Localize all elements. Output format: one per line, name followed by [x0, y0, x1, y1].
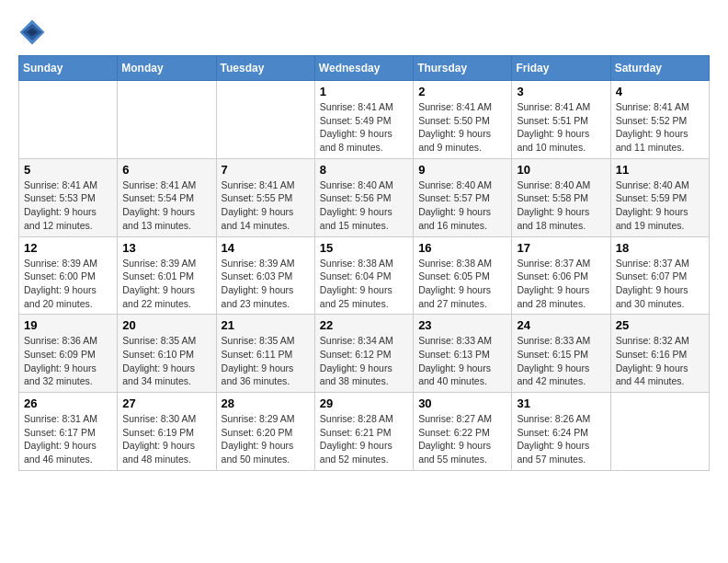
- calendar-cell: 14Sunrise: 8:39 AM Sunset: 6:03 PM Dayli…: [216, 236, 314, 315]
- weekday-header-saturday: Saturday: [610, 56, 709, 81]
- weekday-header-row: SundayMondayTuesdayWednesdayThursdayFrid…: [19, 56, 710, 81]
- day-info: Sunrise: 8:35 AM Sunset: 6:11 PM Dayligh…: [222, 334, 310, 388]
- calendar-week-2: 5Sunrise: 8:41 AM Sunset: 5:53 PM Daylig…: [19, 158, 710, 236]
- calendar-cell: 24Sunrise: 8:33 AM Sunset: 6:15 PM Dayli…: [512, 315, 610, 393]
- day-info: Sunrise: 8:30 AM Sunset: 6:19 PM Dayligh…: [122, 412, 210, 466]
- page-header: [18, 18, 710, 46]
- day-number: 17: [517, 241, 605, 255]
- logo-icon: [18, 18, 46, 46]
- calendar-cell: 28Sunrise: 8:29 AM Sunset: 6:20 PM Dayli…: [216, 393, 314, 471]
- day-info: Sunrise: 8:37 AM Sunset: 6:06 PM Dayligh…: [517, 257, 605, 311]
- day-info: Sunrise: 8:39 AM Sunset: 6:01 PM Dayligh…: [122, 257, 210, 311]
- day-info: Sunrise: 8:41 AM Sunset: 5:55 PM Dayligh…: [222, 178, 310, 233]
- day-info: Sunrise: 8:33 AM Sunset: 6:13 PM Dayligh…: [418, 334, 506, 388]
- calendar-cell: 2Sunrise: 8:41 AM Sunset: 5:50 PM Daylig…: [414, 81, 512, 159]
- day-info: Sunrise: 8:37 AM Sunset: 6:07 PM Dayligh…: [616, 257, 704, 311]
- day-info: Sunrise: 8:40 AM Sunset: 5:56 PM Dayligh…: [320, 178, 408, 233]
- day-info: Sunrise: 8:41 AM Sunset: 5:51 PM Dayligh…: [517, 100, 605, 155]
- calendar-cell: [118, 81, 216, 159]
- day-info: Sunrise: 8:39 AM Sunset: 6:00 PM Dayligh…: [24, 257, 112, 311]
- day-info: Sunrise: 8:31 AM Sunset: 6:17 PM Dayligh…: [24, 412, 112, 466]
- calendar-cell: 1Sunrise: 8:41 AM Sunset: 5:49 PM Daylig…: [314, 81, 413, 159]
- calendar-cell: 25Sunrise: 8:32 AM Sunset: 6:16 PM Dayli…: [610, 315, 709, 393]
- day-number: 4: [616, 85, 704, 98]
- day-info: Sunrise: 8:40 AM Sunset: 5:57 PM Dayligh…: [418, 178, 506, 233]
- day-info: Sunrise: 8:40 AM Sunset: 5:59 PM Dayligh…: [616, 178, 704, 233]
- calendar-cell: 8Sunrise: 8:40 AM Sunset: 5:56 PM Daylig…: [314, 158, 413, 236]
- day-number: 21: [222, 318, 310, 332]
- calendar-cell: [216, 81, 314, 159]
- day-number: 2: [418, 85, 506, 98]
- day-info: Sunrise: 8:39 AM Sunset: 6:03 PM Dayligh…: [222, 257, 310, 311]
- day-number: 14: [222, 241, 310, 255]
- calendar-cell: [610, 393, 709, 471]
- calendar-week-5: 26Sunrise: 8:31 AM Sunset: 6:17 PM Dayli…: [19, 393, 710, 471]
- calendar-cell: 4Sunrise: 8:41 AM Sunset: 5:52 PM Daylig…: [610, 81, 709, 159]
- day-number: 15: [320, 241, 408, 255]
- day-number: 6: [122, 163, 210, 177]
- day-number: 29: [320, 396, 408, 410]
- calendar-cell: 13Sunrise: 8:39 AM Sunset: 6:01 PM Dayli…: [118, 236, 216, 315]
- calendar-cell: 10Sunrise: 8:40 AM Sunset: 5:58 PM Dayli…: [512, 158, 610, 236]
- day-number: 1: [320, 85, 408, 98]
- day-number: 13: [122, 241, 210, 255]
- calendar-cell: 21Sunrise: 8:35 AM Sunset: 6:11 PM Dayli…: [216, 315, 314, 393]
- day-number: 20: [122, 318, 210, 332]
- day-info: Sunrise: 8:34 AM Sunset: 6:12 PM Dayligh…: [320, 334, 408, 388]
- day-number: 22: [320, 318, 408, 332]
- calendar-cell: 31Sunrise: 8:26 AM Sunset: 6:24 PM Dayli…: [512, 393, 610, 471]
- calendar-cell: 27Sunrise: 8:30 AM Sunset: 6:19 PM Dayli…: [118, 393, 216, 471]
- calendar-cell: 15Sunrise: 8:38 AM Sunset: 6:04 PM Dayli…: [314, 236, 413, 315]
- calendar-week-4: 19Sunrise: 8:36 AM Sunset: 6:09 PM Dayli…: [19, 315, 710, 393]
- weekday-header-wednesday: Wednesday: [314, 56, 413, 81]
- day-info: Sunrise: 8:28 AM Sunset: 6:21 PM Dayligh…: [320, 412, 408, 466]
- weekday-header-friday: Friday: [512, 56, 610, 81]
- day-number: 27: [122, 396, 210, 410]
- day-info: Sunrise: 8:35 AM Sunset: 6:10 PM Dayligh…: [122, 334, 210, 388]
- calendar-cell: 12Sunrise: 8:39 AM Sunset: 6:00 PM Dayli…: [19, 236, 118, 315]
- calendar-table: SundayMondayTuesdayWednesdayThursdayFrid…: [18, 55, 710, 471]
- day-number: 19: [24, 318, 112, 332]
- weekday-header-thursday: Thursday: [414, 56, 512, 81]
- weekday-header-sunday: Sunday: [19, 56, 118, 81]
- day-number: 18: [616, 241, 704, 255]
- day-info: Sunrise: 8:41 AM Sunset: 5:53 PM Dayligh…: [24, 178, 112, 233]
- day-number: 7: [222, 163, 310, 177]
- calendar-cell: 5Sunrise: 8:41 AM Sunset: 5:53 PM Daylig…: [19, 158, 118, 236]
- day-number: 8: [320, 163, 408, 177]
- day-number: 12: [24, 241, 112, 255]
- day-info: Sunrise: 8:40 AM Sunset: 5:58 PM Dayligh…: [517, 178, 605, 233]
- calendar-cell: 30Sunrise: 8:27 AM Sunset: 6:22 PM Dayli…: [414, 393, 512, 471]
- calendar-week-3: 12Sunrise: 8:39 AM Sunset: 6:00 PM Dayli…: [19, 236, 710, 315]
- day-info: Sunrise: 8:36 AM Sunset: 6:09 PM Dayligh…: [24, 334, 112, 388]
- calendar-week-1: 1Sunrise: 8:41 AM Sunset: 5:49 PM Daylig…: [19, 81, 710, 159]
- calendar-cell: 6Sunrise: 8:41 AM Sunset: 5:54 PM Daylig…: [118, 158, 216, 236]
- calendar-cell: 22Sunrise: 8:34 AM Sunset: 6:12 PM Dayli…: [314, 315, 413, 393]
- day-number: 11: [616, 163, 704, 177]
- day-number: 28: [222, 396, 310, 410]
- day-info: Sunrise: 8:38 AM Sunset: 6:04 PM Dayligh…: [320, 257, 408, 311]
- day-number: 31: [517, 396, 605, 410]
- day-number: 5: [24, 163, 112, 177]
- day-info: Sunrise: 8:26 AM Sunset: 6:24 PM Dayligh…: [517, 412, 605, 466]
- day-info: Sunrise: 8:33 AM Sunset: 6:15 PM Dayligh…: [517, 334, 605, 388]
- day-number: 23: [418, 318, 506, 332]
- calendar-cell: 23Sunrise: 8:33 AM Sunset: 6:13 PM Dayli…: [414, 315, 512, 393]
- calendar-cell: 7Sunrise: 8:41 AM Sunset: 5:55 PM Daylig…: [216, 158, 314, 236]
- day-info: Sunrise: 8:41 AM Sunset: 5:50 PM Dayligh…: [418, 100, 506, 155]
- day-number: 24: [517, 318, 605, 332]
- calendar-cell: 16Sunrise: 8:38 AM Sunset: 6:05 PM Dayli…: [414, 236, 512, 315]
- calendar-cell: 20Sunrise: 8:35 AM Sunset: 6:10 PM Dayli…: [118, 315, 216, 393]
- calendar-cell: 3Sunrise: 8:41 AM Sunset: 5:51 PM Daylig…: [512, 81, 610, 159]
- day-number: 25: [616, 318, 704, 332]
- calendar-cell: 11Sunrise: 8:40 AM Sunset: 5:59 PM Dayli…: [610, 158, 709, 236]
- day-number: 30: [418, 396, 506, 410]
- calendar-cell: 19Sunrise: 8:36 AM Sunset: 6:09 PM Dayli…: [19, 315, 118, 393]
- day-info: Sunrise: 8:41 AM Sunset: 5:52 PM Dayligh…: [616, 100, 704, 155]
- calendar-cell: 26Sunrise: 8:31 AM Sunset: 6:17 PM Dayli…: [19, 393, 118, 471]
- day-number: 16: [418, 241, 506, 255]
- calendar-cell: 17Sunrise: 8:37 AM Sunset: 6:06 PM Dayli…: [512, 236, 610, 315]
- day-number: 3: [517, 85, 605, 98]
- day-number: 9: [418, 163, 506, 177]
- day-info: Sunrise: 8:29 AM Sunset: 6:20 PM Dayligh…: [222, 412, 310, 466]
